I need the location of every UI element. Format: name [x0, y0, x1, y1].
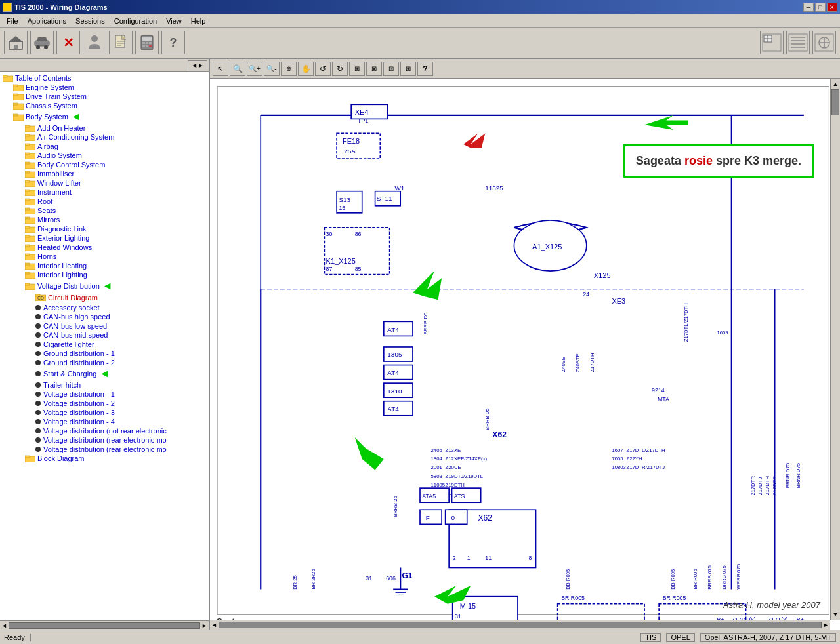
- tree-item-horns[interactable]: Horns: [1, 252, 207, 261]
- tree-item-ground1[interactable]: Ground distribution - 1: [1, 349, 207, 358]
- tree-item-can-mid[interactable]: CAN-bus mid speed: [1, 331, 207, 340]
- wiring-btn1[interactable]: [760, 31, 784, 54]
- tree-item-seats[interactable]: Seats: [1, 206, 207, 215]
- addon-link[interactable]: Add On Heater: [37, 124, 85, 132]
- zoom-rect[interactable]: ⊠: [366, 62, 382, 76]
- diagram-scrollbar-right[interactable]: ▲ ▼: [830, 79, 840, 620]
- vd-rear2-link[interactable]: Voltage distribution (rear electronic mo: [43, 445, 167, 453]
- ac-link[interactable]: Air Conditioning System: [37, 133, 114, 141]
- pan-tool[interactable]: ✋: [298, 62, 314, 76]
- intlighting-link[interactable]: Interior Lighting: [37, 271, 87, 279]
- diagnostic-link[interactable]: Diagnostic Link: [37, 225, 87, 233]
- redo-tool[interactable]: ↻: [332, 62, 348, 76]
- start-charging-link[interactable]: Start & Charging: [43, 370, 96, 378]
- tree-item-body[interactable]: Body System ◄: [1, 110, 207, 123]
- zoom-in-tool[interactable]: 🔍+: [247, 62, 262, 76]
- tree-item-addon[interactable]: Add On Heater: [1, 123, 207, 132]
- roof-link[interactable]: Roof: [37, 197, 52, 205]
- ground2-link[interactable]: Ground distribution - 2: [43, 359, 115, 367]
- select-tool[interactable]: ↖: [213, 62, 228, 76]
- error-button[interactable]: ✕: [56, 31, 80, 54]
- can-low-link[interactable]: CAN-bus low speed: [43, 322, 107, 330]
- vd2-link[interactable]: Voltage distribution - 2: [43, 399, 115, 407]
- vd4-link[interactable]: Voltage distribution - 4: [43, 418, 115, 426]
- zoom-out-tool[interactable]: 🔍-: [264, 62, 280, 76]
- document-button[interactable]: [109, 31, 133, 54]
- can-high-link[interactable]: CAN-bus high speed: [43, 313, 110, 321]
- windowlifter-link[interactable]: Window Lifter: [37, 179, 81, 187]
- menu-view[interactable]: View: [162, 16, 186, 26]
- audio-link[interactable]: Audio System: [37, 151, 82, 159]
- menu-help[interactable]: Help: [187, 16, 210, 26]
- tree-item-vd2[interactable]: Voltage distribution - 2: [1, 399, 207, 408]
- person-button[interactable]: [83, 31, 106, 54]
- search-tool[interactable]: 🔍: [230, 62, 245, 76]
- tree-item-cigarette[interactable]: Cigarette lighter: [1, 340, 207, 349]
- horns-link[interactable]: Horns: [37, 252, 56, 260]
- scroll-right-diag[interactable]: ►: [823, 622, 829, 628]
- help-button[interactable]: ?: [161, 31, 185, 54]
- tree-item-intlighting[interactable]: Interior Lighting: [1, 270, 207, 279]
- mirrors-link[interactable]: Mirrors: [37, 216, 60, 224]
- menu-configuration[interactable]: Configuration: [110, 16, 161, 26]
- tree-item-ground2[interactable]: Ground distribution - 2: [1, 358, 207, 367]
- tree-item-mirrors[interactable]: Mirrors: [1, 215, 207, 224]
- tree-item-ac[interactable]: Air Conditioning System: [1, 132, 207, 142]
- tree-item-roof[interactable]: Roof: [1, 197, 207, 206]
- ground1-link[interactable]: Ground distribution - 1: [43, 350, 115, 357]
- wiring-btn2[interactable]: [786, 31, 810, 54]
- tree-item-accessory[interactable]: Accessory socket: [1, 303, 207, 312]
- chassis-link[interactable]: Chassis System: [26, 102, 77, 110]
- tree-item-vd1[interactable]: Voltage distribution - 1: [1, 390, 207, 399]
- voltage-link[interactable]: Voltage Distribution: [37, 282, 100, 290]
- tree-item-heated[interactable]: Heated Windows: [1, 243, 207, 252]
- engine-link[interactable]: Engine System: [26, 83, 74, 91]
- trailer-link[interactable]: Trailer hitch: [43, 381, 81, 389]
- tree-item-circuit[interactable]: CD Circuit Diagram: [1, 292, 207, 303]
- scroll-left[interactable]: ◄: [1, 622, 7, 629]
- page-view[interactable]: ⊞: [400, 62, 416, 76]
- tree-item-vd-not-rear[interactable]: Voltage distribution (not rear electroni…: [1, 426, 207, 435]
- tree-item-trailer[interactable]: Trailer hitch: [1, 380, 207, 390]
- help-tool[interactable]: ?: [417, 62, 433, 76]
- tree-item-vd4[interactable]: Voltage distribution - 4: [1, 417, 207, 426]
- close-button[interactable]: ✕: [827, 3, 837, 12]
- actual-size[interactable]: ⊡: [383, 62, 399, 76]
- heated-link[interactable]: Heated Windows: [37, 243, 92, 251]
- undo-tool[interactable]: ↺: [315, 62, 331, 76]
- tree-item-airbag[interactable]: Airbag: [1, 142, 207, 151]
- toc-link[interactable]: Table of Contents: [15, 74, 72, 82]
- drivetrain-link[interactable]: Drive Train System: [26, 92, 87, 100]
- tree-item-bcs[interactable]: Body Control System: [1, 160, 207, 169]
- tree-item-immobiliser[interactable]: Immobiliser: [1, 169, 207, 178]
- tree-item-windowlifter[interactable]: Window Lifter: [1, 178, 207, 188]
- immobiliser-link[interactable]: Immobiliser: [37, 170, 74, 178]
- tree-item-intheating[interactable]: Interior Heating: [1, 261, 207, 270]
- tree-item-vd-rear1[interactable]: Voltage distribution (rear electronic mo: [1, 435, 207, 445]
- can-mid-link[interactable]: CAN-bus mid speed: [43, 331, 108, 339]
- panel-scrollbar[interactable]: ◄ ►: [0, 620, 209, 630]
- tree-item-instrument[interactable]: Instrument: [1, 188, 207, 197]
- tree-item-toc[interactable]: Table of Contents: [1, 73, 207, 83]
- bcs-link[interactable]: Body Control System: [37, 161, 105, 169]
- body-link[interactable]: Body System: [26, 113, 68, 121]
- vd1-link[interactable]: Voltage distribution - 1: [43, 390, 115, 398]
- tree-item-can-low[interactable]: CAN-bus low speed: [1, 321, 207, 331]
- vd-not-rear-link[interactable]: Voltage distribution (not rear electroni…: [43, 427, 167, 435]
- exterior-link[interactable]: Exterior Lighting: [37, 234, 90, 242]
- block-link[interactable]: Block Diagram: [37, 454, 85, 462]
- menu-applications[interactable]: Applications: [24, 16, 70, 26]
- tree-item-can-high[interactable]: CAN-bus high speed: [1, 312, 207, 321]
- tree-item-vd3[interactable]: Voltage distribution - 3: [1, 408, 207, 417]
- scroll-down[interactable]: ▼: [831, 609, 840, 620]
- minimize-button[interactable]: ─: [803, 3, 814, 12]
- diagram-scrollbar-bottom[interactable]: ◄ ►: [210, 620, 830, 630]
- scroll-left-diag[interactable]: ◄: [211, 622, 217, 628]
- panel-resize[interactable]: ◄►: [188, 60, 207, 70]
- vd-rear1-link[interactable]: Voltage distribution (rear electronic mo: [43, 436, 167, 444]
- tree-item-start-charging[interactable]: Start & Charging ◄: [1, 367, 207, 380]
- accessory-link[interactable]: Accessory socket: [43, 304, 100, 312]
- tree-item-audio[interactable]: Audio System: [1, 151, 207, 160]
- tree-item-voltage[interactable]: Voltage Distribution ◄: [1, 279, 207, 292]
- tree-item-vd-rear2[interactable]: Voltage distribution (rear electronic mo: [1, 445, 207, 454]
